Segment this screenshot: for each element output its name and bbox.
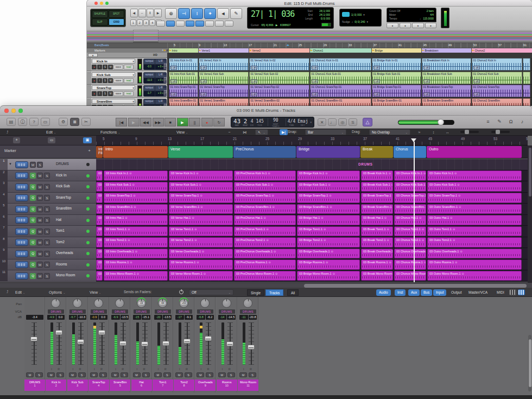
zoomer-tool[interactable]: ⊕ [165,8,177,19]
audio-region[interactable]: 01 Verse1 SnareBtm0 dB [199,98,249,106]
horizontal-zoom-slider[interactable] [491,131,510,133]
mute-button[interactable]: M [108,91,113,96]
filter-bus[interactable]: Bus [421,289,432,296]
audio-region[interactable]: 03 Outro Kick Sub.1⊙ [427,182,522,192]
tracks-horizontal-scrollbar[interactable] [0,282,532,288]
track-name[interactable]: SnareTop▾ [92,85,135,90]
track-zoom-button[interactable]: ▣ [83,137,92,143]
logic-titlebar[interactable]: 03 090 E Multi-Drums - Tracks [0,106,532,116]
quantize-button[interactable]: Q [30,229,36,235]
mute-button[interactable]: M [37,195,43,201]
waveform-zoom-icon[interactable]: ≈ [415,129,423,135]
audio-region[interactable]: 03 Verse Tom1.1⊙ [169,226,233,237]
volume-value[interactable]: -11.0 [144,78,155,83]
solo-button[interactable]: S [163,372,171,377]
zoom-arrow-icon[interactable]: ⇔ [138,9,146,17]
audio-region[interactable]: 03 Intro SnareBtm.1⊙ [104,204,168,214]
audio-region[interactable]: 03 Chorus Overheads.1⊙ [394,249,426,259]
solo-button[interactable]: S [44,273,50,279]
audio-region[interactable]: 03 Verse Kick In.1⊙ [169,170,233,181]
channel-name-plate[interactable]: Mono Room11 [238,379,258,391]
volume-db-value[interactable]: 0.0 [56,315,65,320]
mute-button[interactable]: M [37,262,43,268]
filter-output[interactable]: Output [448,289,465,296]
marker-breakdown[interactable]: ⚑Breakdown [422,49,439,52]
audio-region[interactable]: 03 Break Kick In.1⊙ [361,170,393,181]
audio-region[interactable]: 01 Intro Kick In-010 dB [169,58,198,71]
input-selector[interactable]: noinput [144,73,155,78]
audio-region[interactable]: 03 Break Rooms.1⊙ [361,259,393,270]
pan-knob[interactable]: -64 [158,299,167,308]
arrangement-marker-intro[interactable]: Intro [103,146,168,158]
quick-help-icon[interactable]: ? [29,118,39,126]
vca-assignment[interactable]: DRUMS [197,309,213,314]
quantize-button[interactable]: Q [30,239,36,245]
vca-assignment[interactable]: DRUMS [91,309,107,314]
audio-region[interactable]: 03 Outro Rooms.1⊙ [427,259,522,270]
pause-button[interactable]: || [189,118,200,126]
pan-knob[interactable] [243,299,252,308]
mixer-view-single[interactable]: Single [247,289,264,296]
note-pads-icon[interactable]: ✎ [495,118,504,126]
audio-region[interactable]: 01 Chorus2 Kick Sub0 dB [472,72,522,84]
solo-button[interactable]: S [99,372,107,377]
audio-region[interactable]: 03 Verse Tom2.1⊙ [169,237,233,248]
metronome-button[interactable]: △ [363,118,372,126]
mute-button[interactable]: M [197,372,204,377]
play-from-selection-button[interactable]: ▶ [128,118,140,126]
volume-db-value[interactable]: 0.0 [99,315,107,320]
pointer-tool-menu[interactable]: ↖⌄ [255,129,268,135]
mute-button[interactable]: M [111,372,119,377]
volume-db-value[interactable]: -20.8 [249,315,257,320]
smart-controls-icon[interactable]: ⚙ [59,118,68,126]
audio-region[interactable]: 03 Chorus SnareTop.1⊙ [394,193,426,203]
wide-channel-view-icon[interactable] [518,289,525,295]
audio-region[interactable]: 03 Chorus Kick In.1⊙ [394,170,426,181]
record-enable-dot[interactable] [86,207,90,211]
lcd-display[interactable]: 43BAR 2BEAT 4DIV 145TICK 90KEEP TEMPO 4/… [231,117,314,128]
mute-button[interactable]: M [218,372,226,377]
audio-region[interactable]: 03 PreChorus Rooms.1⊙ [234,259,296,270]
mute-button[interactable]: M [37,273,43,279]
pan-knob[interactable]: +63 [179,299,188,308]
quantize-button[interactable]: Q [30,262,36,268]
duplicate-track-button[interactable]: ▭ [48,137,55,143]
zoom-arrow-icon[interactable]: ◀ [130,9,138,17]
audio-region[interactable]: 03 PreChorus SnareBtm.1⊙ [234,204,296,214]
filter-input[interactable]: Input [433,289,446,296]
zoom-preset-1[interactable]: 1 [130,20,136,26]
audio-region[interactable]: 03 Intro Kick Sub.1⊙ [104,182,168,192]
audio-region[interactable]: 01 Chorus1 SnareBtm-010 dB [310,98,371,106]
grid-value[interactable]: 1| 0| 000 [351,13,362,16]
fader-handle[interactable] [119,341,126,346]
audio-region[interactable]: 03 I [96,193,103,203]
mute-button[interactable]: M [37,173,43,179]
filter-midi[interactable]: MIDI [494,289,507,296]
vca-assignment[interactable]: DRUMS [112,309,128,314]
automation-mode-button[interactable]: read [124,91,134,96]
channel-name-plate[interactable]: Hat6 [131,379,152,391]
zoom-preset-4[interactable]: 4 [149,20,155,26]
mute-button[interactable]: M [175,372,183,377]
filter-audio[interactable]: Audio [376,289,391,296]
audio-region[interactable]: 01 Bridge SnareTop-010 dB [372,85,421,97]
audio-region[interactable]: 03 Bridge Hat.1⊙ [297,215,360,225]
solo-button[interactable]: S [103,91,107,96]
audio-region[interactable]: 01 Verse2 Kick In-020 dB [249,58,309,71]
drag-handle-icon[interactable]: ⤴ [3,129,11,135]
mute-button[interactable]: M [37,184,43,190]
mute-button[interactable]: M [30,162,36,168]
volume-db-value[interactable]: -14.5 [227,315,236,320]
arrangement-marker-outro[interactable]: Outro [427,146,522,158]
audio-region[interactable] [523,72,530,84]
audio-region[interactable]: 03 Break SnareTop.1⊙ [361,193,393,203]
quantize-button[interactable]: Q [30,195,36,201]
catch-playhead-icon[interactable]: ▶| [280,129,288,135]
fader-handle[interactable] [226,341,233,346]
audio-region[interactable]: 01 Verse1 Kick Sub0 dB [199,72,249,84]
track-header-snarebtm[interactable]: ◦SnareBtm▾●ISMwavereadnoinputL-R+ 0 + [87,98,167,106]
protools-titlebar[interactable]: Edit: 115 D Full Multi-Drums [87,0,532,7]
mute-button[interactable]: M [69,372,77,377]
universe-view[interactable] [87,30,532,42]
snap-menu[interactable]: Bar⌄ [305,129,346,135]
